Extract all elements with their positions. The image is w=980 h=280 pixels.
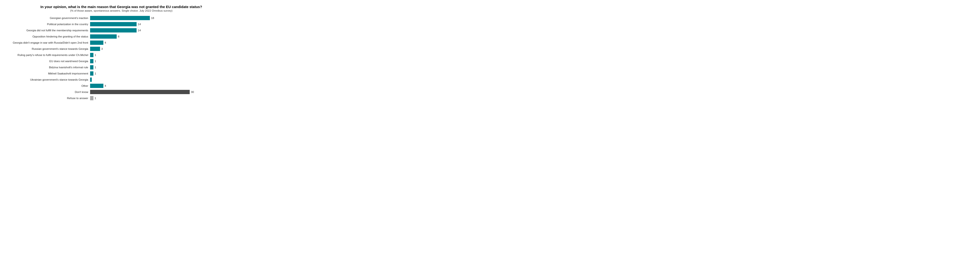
bar-fill [90, 28, 137, 32]
bar-value-label: 4 [105, 41, 106, 44]
bar-label: EU does not want/need Georgia [2, 60, 90, 63]
bar-row: Russian government's stance towards Geor… [2, 46, 240, 51]
bar-container: 8 [90, 34, 240, 39]
bar-fill [90, 53, 94, 57]
bar-label: Bidzina Ivanishvili's informal rule [2, 66, 90, 69]
bar-fill [90, 41, 103, 45]
bar-label: Ruling party's refuse to fulfil requirem… [2, 54, 90, 56]
bar-container: 14 [90, 28, 240, 32]
bar-label: Georgia did not fulfill the membership r… [2, 29, 90, 32]
bar-value-label: 1 [95, 66, 96, 69]
bar-row: Don't know30 [2, 89, 240, 95]
bar-value-label: 8 [118, 35, 119, 38]
bar-container [90, 78, 240, 82]
bar-label: Georgian government's inaction [2, 17, 90, 19]
bar-label: Mikheil Saakashvili imprisonment [2, 72, 90, 75]
bar-label: Don't know [2, 91, 90, 94]
bar-container: 1 [90, 59, 240, 63]
bar-container: 1 [90, 96, 240, 100]
bar-value-label: 1 [95, 60, 96, 63]
bar-label: Georgia didn't engage in war with Russia… [2, 41, 90, 44]
bar-value-label: 30 [191, 91, 194, 94]
bar-value-label: 3 [101, 48, 103, 50]
bar-row: Other4 [2, 83, 240, 88]
bar-fill [90, 96, 94, 100]
bar-value-label: 1 [95, 72, 96, 75]
bar-container: 1 [90, 72, 240, 76]
bar-container: 1 [90, 65, 240, 70]
bar-fill [90, 65, 94, 70]
bar-label: Ukrainian government's stance towards Ge… [2, 78, 90, 81]
bar-value-label: 18 [151, 17, 154, 19]
bar-fill [90, 84, 103, 88]
bar-row: Refuse to answer1 [2, 95, 240, 101]
bar-row: Georgian government's inaction18 [2, 16, 240, 21]
bar-row: Georgia did not fulfill the membership r… [2, 28, 240, 33]
bar-fill [90, 34, 117, 39]
bar-row: Georgia didn't engage in war with Russia… [2, 40, 240, 45]
bar-fill [90, 47, 100, 51]
bar-value-label: 1 [95, 97, 96, 100]
chart-title: In your opinion, what is the main reason… [2, 5, 240, 9]
bar-row: Mikheil Saakashvili imprisonment1 [2, 71, 240, 76]
bar-row: Opposition hindering the granting of the… [2, 34, 240, 39]
bar-label: Other [2, 84, 90, 87]
bar-row: Ruling party's refuse to fulfil requirem… [2, 52, 240, 57]
bar-value-label: 4 [105, 84, 106, 87]
bar-label: Opposition hindering the granting of the… [2, 35, 90, 38]
bar-fill [90, 78, 92, 82]
bar-label: Political polarization in the country [2, 23, 90, 25]
chart-subtitle: (% of those aware, spontaneous answers. … [2, 9, 240, 12]
bar-row: Political polarization in the country14 [2, 22, 240, 27]
bar-label: Refuse to answer [2, 97, 90, 100]
bar-fill [90, 90, 190, 94]
bar-value-label: 14 [138, 29, 141, 32]
bar-container: 1 [90, 53, 240, 57]
bar-container: 4 [90, 84, 240, 88]
bar-row: Ukrainian government's stance towards Ge… [2, 77, 240, 82]
bar-fill [90, 72, 94, 76]
bar-label: Russian government's stance towards Geor… [2, 48, 90, 50]
bar-value-label: 14 [138, 23, 141, 25]
bar-fill [90, 22, 137, 26]
bar-container: 18 [90, 16, 240, 20]
bar-value-label: 1 [95, 54, 96, 56]
chart-area: Georgian government's inaction18Politica… [2, 16, 240, 101]
bar-container: 30 [90, 90, 240, 94]
bar-container: 3 [90, 47, 240, 51]
bar-fill [90, 59, 94, 63]
bar-container: 4 [90, 41, 240, 45]
bar-container: 14 [90, 22, 240, 26]
bar-row: Bidzina Ivanishvili's informal rule1 [2, 65, 240, 70]
bar-row: EU does not want/need Georgia1 [2, 59, 240, 64]
bar-fill [90, 16, 150, 20]
